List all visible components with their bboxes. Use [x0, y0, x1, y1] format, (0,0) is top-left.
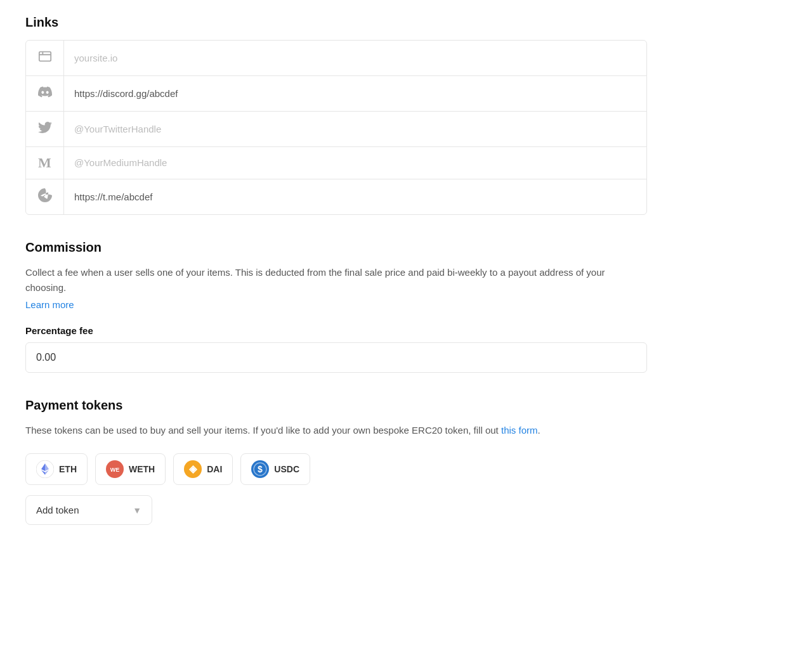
commission-section: Commission Collect a fee when a user sel… — [25, 240, 647, 373]
twitter-input-cell — [64, 115, 646, 144]
link-row-medium: M — [26, 147, 646, 179]
weth-token-icon: WE — [106, 460, 124, 478]
this-form-link[interactable]: this form — [501, 425, 538, 436]
eth-token-icon — [36, 460, 54, 478]
telegram-icon-cell — [26, 179, 64, 214]
payment-description-text: These tokens can be used to buy and sell… — [25, 425, 501, 436]
fee-input[interactable] — [36, 352, 636, 363]
dai-label: DAI — [207, 464, 222, 474]
website-input[interactable] — [74, 53, 636, 63]
weth-label: WETH — [129, 464, 155, 474]
fee-input-wrapper — [25, 342, 647, 373]
token-badge-usdc[interactable]: $ USDC — [240, 453, 310, 485]
links-section-title: Links — [25, 15, 787, 30]
medium-input[interactable] — [74, 157, 636, 168]
links-section: Links — [25, 15, 787, 215]
twitter-icon — [38, 120, 52, 138]
payment-tokens-section: Payment tokens These tokens can be used … — [25, 398, 647, 525]
tokens-row: ETH WE WETH ◈ DAI — [25, 453, 647, 485]
chevron-down-icon: ▼ — [133, 505, 141, 515]
svg-text:$: $ — [258, 464, 263, 474]
add-token-label: Add token — [36, 505, 79, 515]
learn-more-link[interactable]: Learn more — [25, 299, 74, 310]
dai-token-icon: ◈ — [184, 460, 202, 478]
token-badge-dai[interactable]: ◈ DAI — [173, 453, 233, 485]
twitter-icon-cell — [26, 112, 64, 146]
website-icon-cell — [26, 41, 64, 75]
medium-input-cell — [64, 148, 646, 178]
discord-input[interactable] — [74, 88, 636, 99]
token-badge-weth[interactable]: WE WETH — [95, 453, 166, 485]
discord-icon-cell — [26, 76, 64, 111]
website-icon — [38, 49, 52, 67]
payment-tokens-section-title: Payment tokens — [25, 398, 647, 413]
telegram-input-cell — [64, 183, 646, 212]
token-badge-eth[interactable]: ETH — [25, 453, 88, 485]
discord-icon — [38, 85, 52, 102]
payment-description: These tokens can be used to buy and sell… — [25, 423, 647, 438]
telegram-input[interactable] — [74, 191, 636, 202]
svg-text:◈: ◈ — [188, 463, 198, 474]
usdc-label: USDC — [274, 464, 299, 474]
svg-rect-0 — [39, 52, 50, 61]
link-row-twitter — [26, 112, 646, 147]
commission-description: Collect a fee when a user sells one of y… — [25, 265, 647, 295]
usdc-token-icon: $ — [251, 460, 269, 478]
commission-section-title: Commission — [25, 240, 647, 255]
add-token-dropdown[interactable]: Add token ▼ — [25, 495, 152, 525]
eth-label: ETH — [59, 464, 77, 474]
medium-icon-cell: M — [26, 147, 64, 179]
link-row-telegram — [26, 179, 646, 214]
discord-input-cell — [64, 79, 646, 108]
payment-description-end: . — [537, 425, 540, 436]
twitter-input[interactable] — [74, 124, 636, 134]
link-row-discord — [26, 76, 646, 112]
links-table: M — [25, 40, 647, 215]
fee-label: Percentage fee — [25, 325, 647, 336]
medium-icon: M — [38, 156, 51, 170]
website-input-cell — [64, 44, 646, 73]
telegram-icon — [38, 188, 52, 205]
svg-text:WE: WE — [110, 467, 120, 473]
link-row-website — [26, 41, 646, 76]
